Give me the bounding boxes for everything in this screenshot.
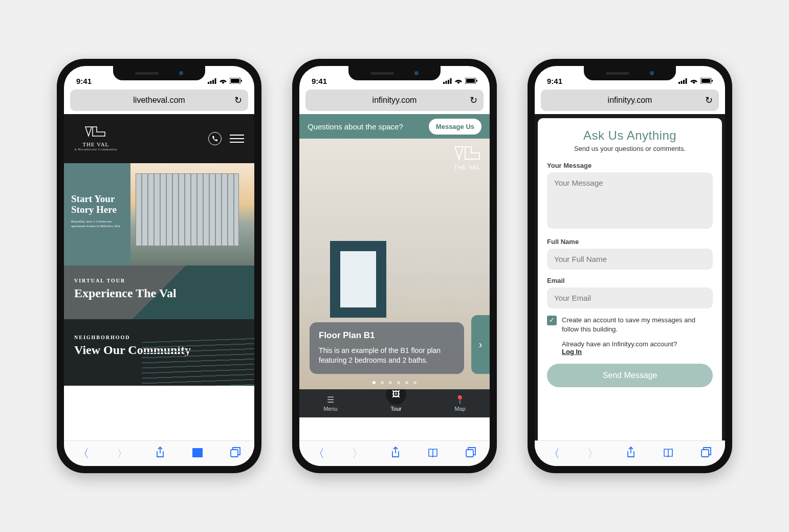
forward-icon[interactable]: 〉 [352, 446, 363, 461]
wifi-icon [690, 77, 698, 85]
section-title: View Our Community [74, 343, 244, 357]
signal-icon [678, 77, 687, 85]
bookmarks-icon[interactable] [428, 447, 438, 460]
hero-title: Start Your Story Here [71, 194, 125, 215]
site-header: THE VAL A Broadstone Community [64, 114, 254, 163]
back-icon[interactable]: 〈 [78, 446, 89, 461]
address-bar[interactable]: infinityy.com ↻ [541, 90, 719, 111]
forward-icon[interactable]: 〉 [117, 446, 128, 461]
virtual-tour-section[interactable]: VIRTUAL TOUR Experience The Val [64, 265, 254, 319]
contact-form-card: Ask Us Anything Send us your questions o… [538, 118, 722, 440]
bottom-nav: ☰ Menu 🖼 Tour 📍 Map [299, 389, 490, 417]
menu-icon[interactable] [230, 135, 244, 143]
send-message-button[interactable]: Send Message [547, 364, 713, 387]
back-icon[interactable]: 〈 [549, 446, 560, 461]
svg-rect-3 [215, 78, 216, 84]
svg-rect-22 [712, 80, 713, 82]
svg-rect-0 [208, 82, 209, 84]
refresh-icon[interactable]: ↻ [470, 95, 477, 106]
form-title: Ask Us Anything [547, 128, 713, 143]
phone-mockup-3: 9:41 infinityy.com ↻ Ask Us Anything Sen… [528, 59, 732, 473]
card-body: This is an example of the B1 floor plan … [319, 346, 455, 366]
refresh-icon[interactable]: ↻ [705, 95, 713, 106]
checkmark-icon: ✓ [547, 316, 557, 325]
neighborhood-section[interactable]: NEIGHBORHOOD View Our Community [64, 319, 254, 386]
cta-banner: Questions about the space? Message Us [299, 114, 490, 139]
svg-rect-2 [212, 80, 214, 84]
svg-rect-1 [210, 81, 212, 84]
url-text: infinityy.com [372, 96, 417, 105]
form-subtitle: Send us your questions or comments. [547, 145, 713, 152]
tabs-icon[interactable] [230, 447, 240, 460]
address-bar[interactable]: livetheval.com ↻ [70, 90, 248, 111]
battery-icon [700, 77, 713, 85]
login-link[interactable]: Log In [562, 348, 582, 356]
section-tag: NEIGHBORHOOD [74, 335, 244, 340]
tabs-icon[interactable] [466, 447, 476, 460]
name-label: Full Name [547, 238, 713, 246]
tabs-icon[interactable] [701, 447, 711, 460]
bookmarks-icon[interactable] [663, 447, 673, 460]
bookmarks-icon[interactable] [192, 447, 203, 460]
nav-map[interactable]: 📍 Map [454, 395, 465, 412]
refresh-icon[interactable]: ↻ [234, 95, 242, 106]
brand-tagline: A Broadstone Community [74, 147, 118, 151]
share-icon[interactable] [391, 447, 400, 461]
phone-notch [113, 66, 205, 80]
nav-tour[interactable]: 🖼 Tour [386, 395, 406, 412]
pin-icon: 📍 [455, 395, 465, 405]
tour-viewport[interactable]: THE VAL Floor Plan B1 This is an example… [299, 139, 490, 389]
svg-rect-7 [231, 450, 238, 457]
phone-mockup-2: 9:41 infinityy.com ↻ Questions about the… [292, 59, 497, 473]
svg-rect-15 [466, 450, 473, 457]
svg-rect-9 [446, 81, 447, 84]
status-time: 9:41 [76, 77, 92, 85]
carousel-dots[interactable] [372, 381, 417, 384]
brand-name: THE VAL [74, 141, 118, 147]
email-label: Email [547, 277, 713, 284]
svg-rect-19 [686, 78, 687, 84]
svg-rect-14 [476, 80, 477, 82]
svg-rect-18 [683, 80, 685, 84]
svg-rect-13 [466, 79, 475, 83]
status-time: 9:41 [312, 77, 327, 85]
url-text: livetheval.com [133, 96, 185, 105]
nav-menu[interactable]: ☰ Menu [323, 395, 338, 412]
browser-toolbar: 〈 〉 [535, 440, 725, 466]
name-input[interactable] [547, 249, 713, 270]
phone-mockup-1: 9:41 livetheval.com ↻ THE VAL [57, 59, 261, 473]
message-input[interactable] [547, 172, 713, 229]
back-icon[interactable]: 〈 [313, 446, 324, 461]
battery-icon [230, 77, 242, 85]
svg-rect-5 [231, 79, 239, 83]
wifi-icon [219, 77, 227, 85]
svg-rect-11 [450, 78, 452, 84]
hero-section: Start Your Story Here Beautiful, new 1-3… [64, 163, 254, 265]
svg-rect-17 [681, 81, 683, 84]
browser-toolbar: 〈 〉 [299, 440, 490, 466]
share-icon[interactable] [156, 447, 165, 461]
brand-logo: THE VAL [453, 145, 481, 170]
svg-rect-8 [443, 82, 445, 84]
share-icon[interactable] [626, 447, 635, 461]
next-arrow-button[interactable]: › [471, 315, 490, 374]
svg-rect-10 [448, 80, 449, 84]
phone-icon[interactable] [208, 132, 222, 145]
room-render [330, 241, 386, 318]
section-tag: VIRTUAL TOUR [74, 278, 244, 283]
message-us-button[interactable]: Message Us [429, 119, 481, 135]
signal-icon [208, 77, 216, 85]
brand-logo[interactable]: THE VAL A Broadstone Community [74, 126, 118, 151]
message-label: Your Message [547, 162, 713, 169]
email-input[interactable] [547, 287, 713, 308]
svg-rect-23 [702, 450, 709, 457]
url-text: infinityy.com [608, 96, 652, 105]
floorplan-card: Floor Plan B1 This is an example of the … [310, 322, 464, 374]
battery-icon [465, 77, 477, 85]
create-account-checkbox[interactable]: ✓ Create an account to save my messages … [547, 316, 713, 334]
forward-icon[interactable]: 〉 [587, 446, 599, 461]
hero-subtitle: Beautiful, new 1-3 bedroom apartment hom… [71, 219, 125, 229]
address-bar[interactable]: infinityy.com ↻ [305, 90, 484, 111]
svg-rect-6 [241, 80, 242, 82]
login-prompt: Already have an Infinityy.com account? [562, 340, 677, 348]
